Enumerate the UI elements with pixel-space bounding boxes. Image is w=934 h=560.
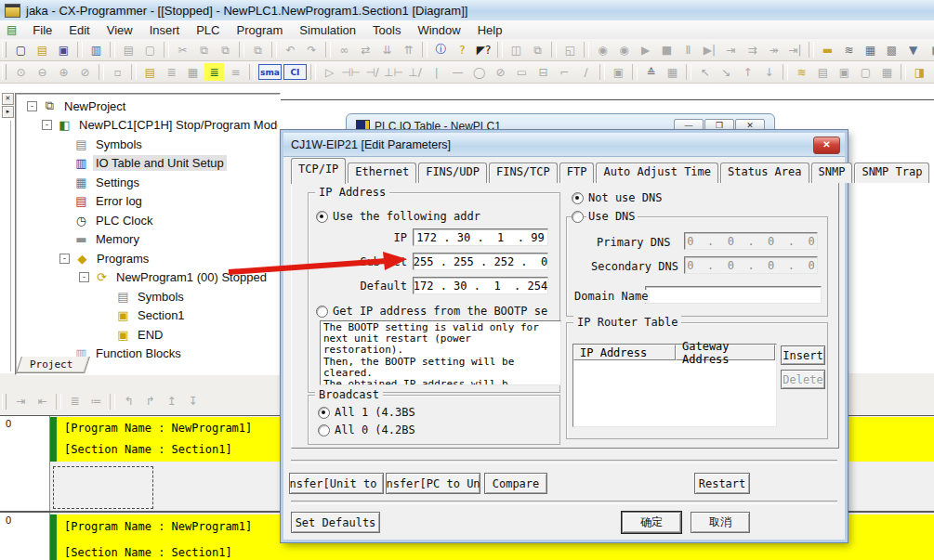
use-dns-radio[interactable] bbox=[572, 211, 584, 223]
broadcast-all1-radio[interactable] bbox=[318, 407, 330, 419]
find-report-icon[interactable]: ▥ bbox=[86, 41, 106, 59]
force-on-icon[interactable]: ↑ bbox=[738, 63, 757, 81]
new-contact-icon[interactable]: ⊣⊢ bbox=[341, 63, 361, 81]
tree-item-newprogram1-00-stopped[interactable]: -⟳NewProgram1 (00) Stopped bbox=[18, 268, 278, 288]
tab-auto-adjust-time[interactable]: Auto Adjust Time bbox=[596, 163, 718, 183]
stop-icon[interactable]: ■ bbox=[657, 41, 677, 59]
transfer-unit-to-pc-button[interactable]: ransfer[Unit to PC bbox=[289, 473, 384, 494]
toolbar-handle[interactable] bbox=[2, 42, 7, 58]
tree-expand-icon[interactable]: - bbox=[42, 120, 52, 130]
ip-router-table[interactable]: IP Address Gateway Address bbox=[572, 344, 777, 427]
secondary-dns-field[interactable]: 0 . 0 . 0 . 0 bbox=[684, 256, 818, 274]
program-check-icon[interactable]: ▣ bbox=[609, 63, 628, 81]
new-instruction-icon[interactable]: ▭ bbox=[512, 63, 532, 81]
find-symbol-icon[interactable]: ⇈ bbox=[399, 41, 418, 59]
rung-comment-icon[interactable]: ▤ bbox=[140, 63, 160, 81]
paste-program-icon[interactable]: ⧉ bbox=[248, 41, 268, 59]
window-tile-icon[interactable]: ⧉ bbox=[528, 41, 547, 59]
column-header-gateway-address[interactable]: Gateway Address bbox=[676, 345, 775, 360]
compare-button[interactable]: Compare bbox=[484, 473, 547, 494]
rung-annotation-icon[interactable]: ▦ bbox=[183, 63, 203, 81]
undo-icon[interactable]: ↶ bbox=[281, 41, 300, 59]
step-in-icon[interactable]: ⇥ bbox=[721, 41, 741, 59]
move-rung-up-icon[interactable]: ↥ bbox=[162, 393, 181, 410]
tree-item-settings[interactable]: ▦Settings bbox=[18, 173, 278, 192]
tree-expand-icon[interactable]: - bbox=[27, 101, 37, 111]
workspace-close-button[interactable]: ✕ bbox=[2, 93, 14, 105]
tree-item-memory[interactable]: ▬Memory bbox=[18, 230, 278, 250]
zoom-fit-icon[interactable]: ⊘ bbox=[75, 63, 95, 81]
about-icon[interactable]: ⓘ bbox=[431, 41, 451, 59]
menu-program[interactable]: Program bbox=[228, 21, 291, 39]
move-rung-down-icon[interactable]: ↧ bbox=[183, 393, 203, 410]
force-off-icon[interactable]: ↓ bbox=[759, 63, 779, 81]
open-icon[interactable]: ▤ bbox=[33, 41, 52, 59]
run-icon[interactable]: ▶ bbox=[636, 41, 655, 59]
vertical-line-icon[interactable]: ∣ bbox=[427, 63, 446, 81]
ci-view-icon[interactable]: CI bbox=[283, 64, 307, 80]
tree-item-symbols[interactable]: ▤Symbols bbox=[18, 287, 278, 306]
symbol-bar-icon[interactable]: ≣ bbox=[204, 63, 224, 81]
mesh-icon[interactable]: ▩ bbox=[882, 41, 901, 59]
monitor-window-icon[interactable]: ▦ bbox=[861, 41, 880, 59]
ok-button[interactable]: 确定 bbox=[622, 512, 681, 533]
outdent-icon[interactable]: ⇤ bbox=[33, 393, 52, 410]
indent-icon[interactable]: ⇥ bbox=[11, 393, 31, 410]
transfer-pc-to-unit-button[interactable]: ransfer[PC to Unit bbox=[386, 473, 480, 494]
compile-icon[interactable]: ≙ bbox=[641, 63, 661, 81]
menu-insert[interactable]: Insert bbox=[141, 21, 189, 39]
replace-icon[interactable]: ⇄ bbox=[356, 41, 375, 59]
ip-address-field[interactable]: 172 . 30 . 1 . 99 bbox=[413, 228, 548, 246]
plc-memory-toolbar-icon[interactable]: ▬ bbox=[818, 41, 837, 59]
cut-line-icon[interactable]: ∕ bbox=[576, 63, 596, 81]
zoom-out-icon[interactable]: ⊖ bbox=[33, 63, 52, 81]
menu-plc[interactable]: PLC bbox=[188, 21, 228, 39]
tree-expand-icon[interactable]: - bbox=[59, 254, 70, 264]
tab-fins-udp[interactable]: FINS/UDP bbox=[418, 163, 487, 183]
ladder-selection-box[interactable] bbox=[53, 466, 153, 509]
run-end-icon[interactable]: ⇥| bbox=[785, 41, 805, 59]
paste-icon[interactable]: ⧉ bbox=[216, 41, 235, 59]
insert-button[interactable]: Insert bbox=[781, 345, 825, 365]
tree-item-newplc1-cp1h-stop-program-mode[interactable]: -◧NewPLC1[CP1H] Stop/Program Mode bbox=[18, 116, 278, 136]
monitor-bool-icon[interactable]: ▣ bbox=[835, 63, 854, 81]
help-icon[interactable]: ? bbox=[453, 41, 472, 59]
grid-icon[interactable]: ▫ bbox=[108, 63, 127, 81]
align-list-icon[interactable]: ≣ bbox=[65, 393, 85, 410]
print-icon[interactable]: ▤ bbox=[119, 41, 138, 59]
print-preview-icon[interactable]: ▢ bbox=[140, 41, 160, 59]
context-help-icon[interactable]: ◤? bbox=[474, 41, 493, 59]
use-following-address-radio[interactable] bbox=[316, 211, 328, 223]
column-header-ip-address[interactable]: IP Address bbox=[573, 345, 676, 360]
toolbar-handle[interactable] bbox=[2, 64, 7, 80]
new-closed-contact-icon[interactable]: ⊣∕ bbox=[362, 63, 382, 81]
menu-window[interactable]: Window bbox=[409, 21, 468, 39]
find-icon[interactable]: ∞ bbox=[335, 41, 354, 59]
data-trace-icon[interactable]: ≡ bbox=[226, 63, 245, 81]
restart-button[interactable]: Restart bbox=[694, 473, 750, 494]
tree-item-plc-clock[interactable]: ◷PLC Clock bbox=[18, 211, 278, 230]
tree-item-function-blocks[interactable]: ▥Function Blocks bbox=[18, 345, 278, 358]
output-window-icon[interactable]: ◱ bbox=[560, 41, 580, 59]
online-edit-icon[interactable]: ▦ bbox=[663, 63, 682, 81]
tree-item-error-log[interactable]: ▤Error log bbox=[18, 192, 278, 212]
new-closed-coil-icon[interactable]: ⊘ bbox=[491, 63, 510, 81]
tab-snmp-trap[interactable]: SNMP Trap bbox=[854, 163, 929, 183]
new-or-contact-icon[interactable]: ⊥⊢ bbox=[384, 63, 403, 81]
copy-icon[interactable]: ⧉ bbox=[194, 41, 214, 59]
monitor-clear-icon[interactable]: ▢ bbox=[856, 63, 875, 81]
tab-snmp[interactable]: SNMP bbox=[811, 163, 853, 183]
domain-name-field[interactable] bbox=[645, 286, 822, 304]
workspace-expand-button[interactable]: ▸ bbox=[2, 106, 14, 118]
tree-item-end[interactable]: ▣END bbox=[18, 325, 278, 345]
menu-edit[interactable]: Edit bbox=[60, 21, 98, 39]
not-use-dns-radio[interactable] bbox=[572, 192, 584, 204]
tree-item-newproject[interactable]: -⧉NewProject bbox=[18, 97, 278, 116]
tab-fins-tcp[interactable]: FINS/TCP bbox=[489, 163, 558, 183]
watch-window-icon[interactable]: ▤ bbox=[813, 63, 833, 81]
select-tool-icon[interactable]: ▷ bbox=[320, 63, 339, 81]
zoom-in-icon[interactable]: ⊕ bbox=[54, 63, 73, 81]
clear-value-icon[interactable]: ↘ bbox=[717, 63, 736, 81]
dock-handle[interactable] bbox=[5, 121, 11, 371]
window-cascade-icon[interactable]: ◫ bbox=[506, 41, 526, 59]
